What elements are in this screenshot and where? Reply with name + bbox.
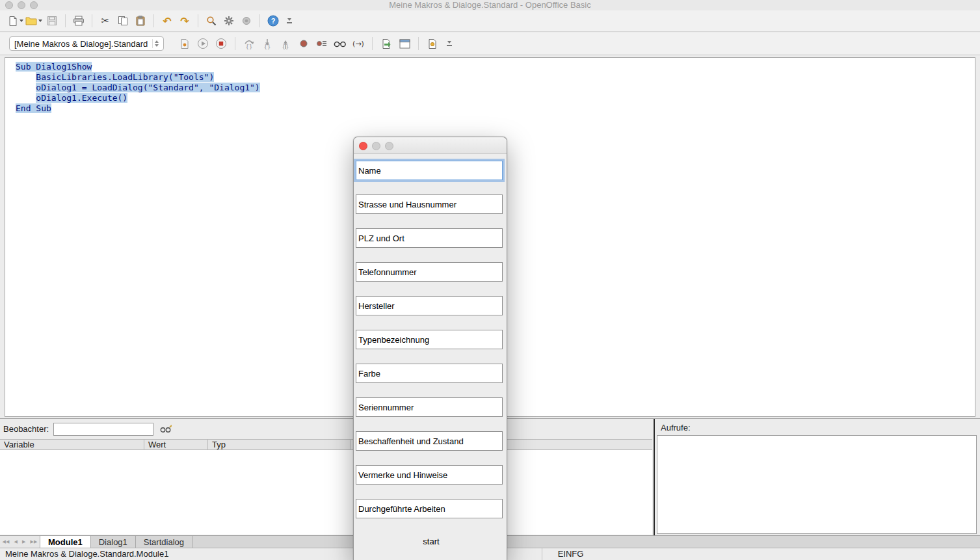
field-telefonnummer[interactable] (356, 262, 503, 282)
code-line: oDialog1.Execute() (16, 93, 975, 103)
tab-dialog1[interactable]: Dialog1 (91, 536, 136, 548)
glasses-icon (334, 39, 347, 48)
field-arbeiten[interactable] (356, 499, 503, 518)
open-button[interactable] (25, 13, 42, 29)
dialog-titlebar[interactable] (354, 137, 507, 154)
chevron-down-icon (447, 41, 451, 44)
copy-button[interactable] (115, 13, 131, 29)
paste-button[interactable] (133, 13, 148, 29)
procedure-step-button[interactable]: {} (241, 36, 257, 51)
enable-watch-button[interactable] (332, 36, 348, 51)
manage-breakpoints-button[interactable] (314, 36, 330, 51)
svg-text:{}: {} (246, 44, 253, 49)
watch-column-headers: Variable Wert Typ (0, 439, 652, 450)
calls-panel: Aufrufe: (655, 419, 980, 536)
field-strasse[interactable] (356, 194, 503, 214)
step-out-icon: {} (280, 38, 291, 49)
single-step-button[interactable]: {} (259, 36, 275, 51)
find-parentheses-button[interactable]: (→) (351, 36, 366, 51)
compile-button[interactable] (177, 36, 192, 51)
printer-icon (73, 16, 85, 26)
watch-input[interactable] (53, 423, 153, 436)
breakpoint-icon (299, 39, 308, 48)
glasses-icon (160, 425, 172, 433)
undo-arrow-icon: ↶ (163, 15, 171, 27)
save-button[interactable] (44, 13, 60, 29)
stop-button[interactable] (213, 36, 229, 51)
dialog-minimize-icon[interactable] (372, 142, 380, 150)
cut-button[interactable]: ✂ (98, 13, 113, 29)
select-macro-icon (427, 38, 438, 49)
select-macro-button[interactable] (425, 36, 440, 51)
field-vermerke[interactable] (356, 465, 503, 485)
prev-tab-icon[interactable]: ◀ (14, 539, 18, 544)
run-button[interactable] (195, 36, 211, 51)
calls-list[interactable] (657, 435, 977, 534)
toolbar-separator (418, 37, 419, 50)
toolbar-separator (65, 14, 66, 27)
gear-icon (224, 16, 234, 26)
help-button[interactable]: ? (265, 13, 281, 29)
save-icon (47, 16, 57, 26)
code-line: Sub Dialog1Show (16, 62, 975, 72)
zoom-window-icon[interactable] (30, 1, 38, 9)
field-hersteller[interactable] (356, 296, 503, 315)
clipboard-icon (135, 16, 146, 26)
start-button[interactable]: start (423, 537, 439, 546)
field-seriennummer[interactable] (356, 397, 503, 417)
record-macro-button[interactable] (239, 13, 254, 29)
library-combobox[interactable]: [Meine Makros & Dialoge].Standard (9, 36, 164, 51)
print-button[interactable] (71, 13, 86, 29)
record-icon (242, 16, 251, 25)
toolbar-overflow-button[interactable] (287, 18, 292, 23)
find-replace-button[interactable] (204, 13, 219, 29)
stop-icon (215, 38, 227, 49)
field-farbe[interactable] (356, 364, 503, 383)
chevron-down-icon (38, 20, 42, 22)
step-into-icon: {} (261, 38, 273, 49)
watch-list[interactable] (0, 450, 652, 535)
new-document-button[interactable] (8, 13, 23, 29)
toolbar-overflow-button[interactable] (447, 41, 452, 46)
field-beschaffenheit[interactable] (356, 431, 503, 451)
column-header-typ[interactable]: Typ (208, 440, 351, 449)
insert-source-button[interactable] (378, 36, 394, 51)
toolbar-separator (92, 14, 92, 27)
tab-startdialog[interactable]: Startdialog (136, 536, 192, 548)
watch-label: Beobachter: (3, 424, 49, 434)
insert-source-icon (381, 38, 392, 49)
dialog-zoom-icon[interactable] (385, 142, 393, 150)
new-document-icon (8, 16, 18, 27)
toolbar-separator (198, 14, 198, 27)
field-name[interactable] (356, 161, 503, 180)
close-window-icon[interactable] (5, 1, 13, 9)
last-tab-icon[interactable]: ▶▶ (31, 539, 38, 544)
library-combobox-value: [Meine Makros & Dialoge].Standard (14, 39, 150, 49)
magnifier-icon (206, 16, 217, 26)
tab-module1[interactable]: Module1 (40, 536, 91, 548)
first-tab-icon[interactable]: ◀◀ (3, 539, 10, 544)
field-typenbezeichnung[interactable] (356, 330, 503, 349)
dialog-editor-button[interactable] (397, 36, 412, 51)
stepper-icon[interactable] (152, 39, 161, 48)
minimize-window-icon[interactable] (18, 1, 25, 9)
copy-icon (118, 16, 128, 26)
column-header-wert[interactable]: Wert (144, 440, 208, 449)
field-plz-ort[interactable] (356, 228, 503, 248)
watch-panel: Beobachter: Variable Wert Typ (0, 419, 654, 536)
breakpoint-button[interactable] (296, 36, 311, 51)
column-header-variable[interactable]: Variable (0, 440, 144, 449)
chevron-down-icon (20, 20, 23, 22)
dialog-close-icon[interactable] (359, 142, 367, 150)
basic-dialog-window: start (353, 137, 507, 560)
status-insert-mode[interactable]: EINFG (542, 548, 599, 560)
enable-watch-button-small[interactable] (158, 423, 174, 436)
toolbar-separator (372, 37, 373, 50)
step-out-button[interactable]: {} (278, 36, 293, 51)
next-tab-icon[interactable]: ▶ (22, 539, 25, 544)
overflow-bar-icon (287, 22, 292, 23)
svg-text:?: ? (271, 17, 276, 25)
redo-button[interactable]: ↷ (177, 13, 192, 29)
settings-button[interactable] (221, 13, 237, 29)
undo-button[interactable]: ↶ (159, 13, 175, 29)
